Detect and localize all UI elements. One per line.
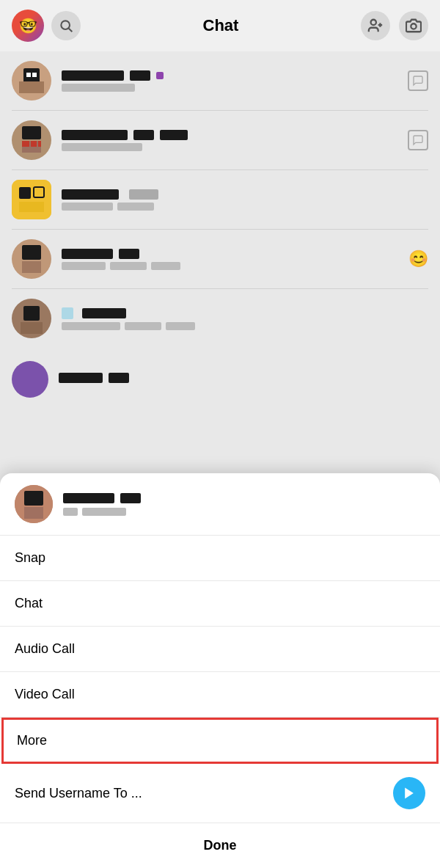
chat-item[interactable] — [0, 51, 440, 110]
svg-rect-18 — [19, 187, 31, 199]
sub-bar-2 — [110, 262, 147, 270]
audio-call-action[interactable]: Audio Call — [0, 627, 440, 672]
sheet-contact — [0, 473, 440, 536]
user-avatar[interactable]: 🤓 — [12, 10, 44, 42]
svg-rect-12 — [22, 126, 41, 139]
chat-item[interactable] — [0, 111, 440, 169]
emoji-badge: 😊 — [408, 249, 428, 269]
search-icon — [59, 18, 73, 33]
chat-item-content — [62, 249, 428, 270]
name-bar-2 — [133, 130, 154, 140]
chat-item-sub — [62, 322, 428, 330]
svg-marker-30 — [405, 788, 414, 799]
add-friend-button[interactable] — [361, 11, 390, 40]
name-bar-2 — [130, 70, 150, 81]
svg-rect-25 — [23, 306, 40, 321]
svg-rect-14 — [22, 141, 29, 147]
more-action[interactable]: More — [1, 718, 439, 764]
sub-bar-2 — [117, 203, 154, 211]
sheet-name-row — [63, 493, 425, 503]
sheet-sub-row — [63, 508, 425, 516]
svg-rect-10 — [32, 73, 37, 77]
done-button[interactable]: Done — [0, 823, 440, 868]
chat-item-content — [62, 130, 408, 151]
sheet-name-block — [63, 493, 425, 516]
chat-item-sub — [62, 203, 428, 211]
status-indicator — [156, 72, 164, 79]
send-username-row[interactable]: Send Username To ... — [0, 764, 440, 823]
sub-bar — [62, 203, 113, 211]
svg-rect-22 — [22, 245, 41, 260]
message-icon — [412, 75, 424, 87]
sub-bar-3 — [166, 322, 195, 330]
svg-rect-7 — [23, 68, 40, 83]
name-bar — [63, 493, 114, 503]
chat-item-name — [62, 70, 408, 81]
chat-item-name — [62, 130, 408, 140]
sub-bar-2 — [82, 508, 126, 516]
chat-action[interactable]: Chat — [0, 581, 440, 627]
svg-rect-23 — [22, 261, 41, 273]
header: 🤓 Chat — [0, 0, 440, 51]
sub-bar — [63, 508, 78, 516]
name-bar-2 — [120, 493, 141, 503]
avatar-graphic — [12, 61, 51, 101]
svg-rect-15 — [31, 141, 37, 147]
name-bar — [82, 308, 126, 318]
svg-point-0 — [61, 21, 70, 29]
video-call-action[interactable]: Video Call — [0, 672, 440, 718]
contact-avatar — [12, 299, 51, 338]
name-bar-3 — [160, 130, 188, 140]
add-friend-icon — [367, 18, 384, 34]
chat-item-name — [62, 249, 428, 259]
name-bar-2 — [109, 373, 129, 383]
contact-avatar — [12, 180, 51, 219]
sub-bar-2 — [125, 322, 161, 330]
sub-bar — [62, 262, 106, 270]
name-bar-2 — [119, 249, 139, 259]
chat-item[interactable]: 😊 — [0, 230, 440, 288]
svg-rect-9 — [26, 73, 31, 77]
sub-bar — [62, 84, 135, 92]
svg-rect-16 — [38, 141, 41, 147]
name-bar — [59, 373, 103, 383]
header-left: 🤓 — [12, 10, 81, 42]
svg-rect-26 — [21, 322, 43, 334]
send-username-label: Send Username To ... — [15, 786, 142, 801]
svg-rect-20 — [19, 202, 44, 212]
avatar-graphic — [12, 239, 51, 279]
avatar-image: 🤓 — [12, 10, 44, 42]
svg-point-5 — [411, 23, 416, 29]
camera-button[interactable] — [399, 11, 428, 40]
search-button[interactable] — [51, 11, 81, 40]
chat-item-name — [62, 189, 428, 200]
header-right — [361, 11, 428, 40]
contact-avatar — [12, 61, 51, 101]
partial-chat-item[interactable] — [0, 353, 440, 406]
name-bar-gray — [129, 189, 158, 200]
svg-rect-29 — [24, 507, 43, 519]
name-bar — [62, 130, 128, 140]
chat-icon — [408, 70, 428, 91]
contact-avatar — [12, 361, 48, 398]
svg-rect-17 — [12, 180, 51, 219]
partial-name — [59, 373, 129, 383]
chat-item-content — [62, 189, 428, 211]
partial-content — [59, 373, 129, 386]
chat-item-name — [62, 307, 428, 319]
send-button[interactable] — [393, 777, 425, 809]
chat-item[interactable] — [0, 289, 440, 348]
snap-action[interactable]: Snap — [0, 536, 440, 581]
svg-rect-8 — [19, 81, 44, 93]
message-icon — [412, 134, 424, 146]
status-dot — [62, 307, 73, 319]
avatar-graphic — [12, 120, 51, 160]
contact-avatar — [12, 120, 51, 160]
svg-point-2 — [371, 20, 376, 25]
chat-item-sub — [62, 262, 428, 270]
contact-avatar — [12, 239, 51, 279]
chat-item[interactable] — [0, 170, 440, 229]
chat-item-content — [62, 307, 428, 330]
send-icon — [402, 786, 417, 800]
svg-rect-28 — [24, 491, 43, 506]
